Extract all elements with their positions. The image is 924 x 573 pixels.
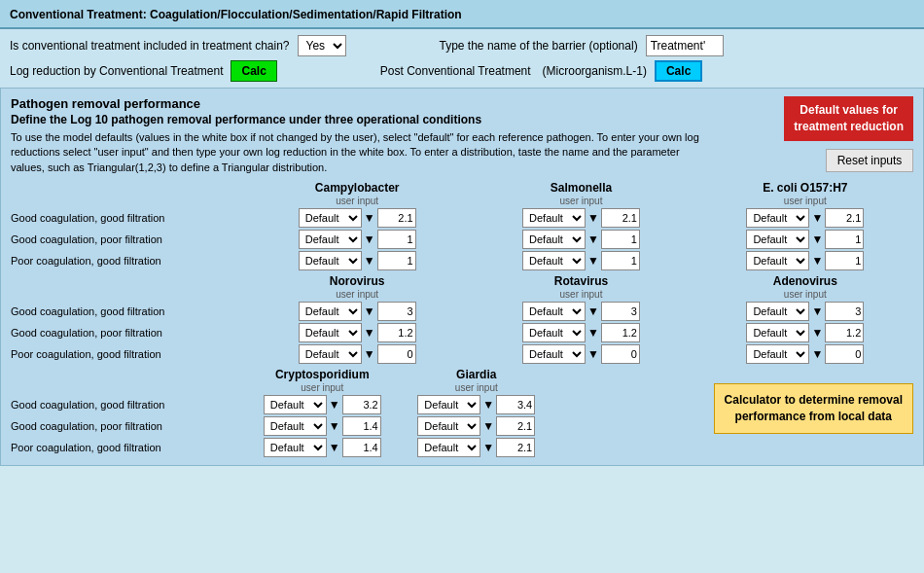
pathogen-name-adenovirus: Adenovirus [773, 274, 837, 288]
arrow-salm-g1r2: ▼ [587, 233, 599, 246]
arrow-giardia-g3r1: ▼ [482, 398, 494, 412]
select-salm-g1r1[interactable]: DefaultUser input [522, 208, 586, 228]
arrow-ecoli-g1r1: ▼ [811, 211, 823, 225]
arrow-camp-g1r2: ▼ [364, 233, 375, 246]
calculator-box: Calculator to determine removalperforman… [714, 383, 913, 434]
barrier-name-input[interactable] [646, 35, 724, 56]
treatment-chain-select[interactable]: Yes No [298, 35, 346, 56]
select-rota-g2r3[interactable]: DefaultUser input [522, 344, 586, 364]
value-salm-g1r2[interactable] [601, 230, 640, 249]
title-bar: Conventional Treatment: Coagulation/Floc… [0, 0, 924, 29]
value-camp-g1r1[interactable] [377, 208, 416, 228]
arrow-crypto-g3r1: ▼ [329, 398, 340, 412]
arrow-salm-g1r3: ▼ [587, 254, 599, 268]
row-label-g2r3: Poor coagulation, good filtration [11, 348, 249, 360]
value-adeno-g2r3[interactable] [825, 344, 864, 364]
value-ecoli-g1r3[interactable] [825, 251, 864, 270]
row-label-g3r2: Good coagulation, poor filtration [11, 420, 249, 432]
value-ecoli-g1r2[interactable] [825, 230, 864, 249]
select-camp-g1r1[interactable]: DefaultUser input [299, 208, 362, 228]
select-noro-g2r1[interactable]: DefaultUser input [299, 302, 362, 321]
default-values-button[interactable]: Default values fortreatment reduction [784, 96, 913, 141]
row-label-g1r2: Good coagulation, poor filtration [11, 233, 249, 245]
select-noro-g2r3[interactable]: DefaultUser input [299, 344, 362, 364]
arrow-adeno-g2r2: ▼ [811, 326, 823, 340]
pathogen-name-ecoli: E. coli O157:H7 [763, 181, 847, 195]
arrow-giardia-g3r2: ▼ [482, 419, 494, 433]
arrow-rota-g2r3: ▼ [587, 347, 599, 361]
panel-subtitle: Define the Log 10 pathogen removal perfo… [11, 113, 784, 126]
select-giardia-g3r2[interactable]: DefaultUser input [417, 416, 480, 436]
user-input-label-ecoli: user input [784, 196, 827, 206]
pathogen-name-salmonella: Salmonella [551, 181, 612, 195]
arrow-ecoli-g1r2: ▼ [811, 233, 823, 246]
arrow-giardia-g3r3: ▼ [482, 441, 494, 454]
arrow-crypto-g3r2: ▼ [329, 419, 340, 433]
select-crypto-g3r2[interactable]: DefaultUser input [264, 416, 327, 436]
select-noro-g2r2[interactable]: DefaultUser input [299, 323, 362, 342]
select-adeno-g2r2[interactable]: DefaultUser input [746, 323, 809, 342]
select-camp-g1r2[interactable]: DefaultUser input [299, 230, 362, 249]
value-rota-g2r3[interactable] [601, 344, 640, 364]
value-crypto-g3r1[interactable] [342, 395, 381, 414]
panel-title: Pathogen removal performance [11, 96, 784, 111]
select-camp-g1r3[interactable]: DefaultUser input [299, 251, 362, 270]
select-crypto-g3r3[interactable]: DefaultUser input [264, 438, 327, 457]
pathogen-name-rotavirus: Rotavirus [554, 274, 608, 288]
select-ecoli-g1r2[interactable]: DefaultUser input [746, 230, 809, 249]
select-giardia-g3r3[interactable]: DefaultUser input [417, 438, 480, 457]
arrow-crypto-g3r3: ▼ [329, 441, 340, 454]
value-crypto-g3r3[interactable] [342, 438, 381, 457]
value-noro-g2r3[interactable] [377, 344, 416, 364]
select-salm-g1r3[interactable]: DefaultUser input [522, 251, 586, 270]
value-camp-g1r2[interactable] [377, 230, 416, 249]
value-salm-g1r1[interactable] [601, 208, 640, 228]
row-label-g3r1: Good coagulation, good filtration [11, 399, 249, 411]
select-rota-g2r1[interactable]: DefaultUser input [522, 302, 586, 321]
value-noro-g2r1[interactable] [377, 302, 416, 321]
value-adeno-g2r2[interactable] [825, 323, 864, 342]
value-giardia-g3r2[interactable] [496, 416, 535, 436]
arrow-noro-g2r3: ▼ [364, 347, 375, 361]
arrow-adeno-g2r1: ▼ [811, 304, 823, 318]
calc2-button[interactable]: Calc [655, 60, 702, 82]
arrow-rota-g2r1: ▼ [587, 304, 599, 318]
page-title: Conventional Treatment: Coagulation/Floc… [10, 8, 462, 21]
row-label-g1r3: Poor coagulation, good filtration [11, 255, 249, 267]
select-salm-g1r2[interactable]: DefaultUser input [522, 230, 586, 249]
arrow-rota-g2r2: ▼ [587, 326, 599, 340]
user-input-label-campylobacter: user input [336, 196, 378, 206]
arrow-noro-g2r1: ▼ [364, 304, 375, 318]
value-rota-g2r2[interactable] [601, 323, 640, 342]
select-rota-g2r2[interactable]: DefaultUser input [522, 323, 586, 342]
arrow-noro-g2r2: ▼ [364, 326, 375, 340]
user-input-label-adenovirus: user input [784, 289, 827, 300]
value-rota-g2r1[interactable] [601, 302, 640, 321]
user-input-label-crypto: user input [301, 382, 343, 393]
select-adeno-g2r3[interactable]: DefaultUser input [746, 344, 809, 364]
select-ecoli-g1r1[interactable]: DefaultUser input [746, 208, 809, 228]
pathogen-name-giardia: Giardia [456, 368, 496, 381]
value-camp-g1r3[interactable] [377, 251, 416, 270]
log-reduction-label: Log reduction by Conventional Treatment [10, 64, 223, 78]
value-adeno-g2r1[interactable] [825, 302, 864, 321]
panel-description: To use the model defaults (values in the… [11, 130, 711, 175]
select-adeno-g2r1[interactable]: DefaultUser input [746, 302, 809, 321]
arrow-salm-g1r1: ▼ [587, 211, 599, 225]
value-giardia-g3r1[interactable] [496, 395, 535, 414]
value-salm-g1r3[interactable] [601, 251, 640, 270]
reset-inputs-button[interactable]: Reset inputs [826, 149, 913, 172]
pathogen-name-campylobacter: Campylobacter [315, 181, 400, 195]
arrow-adeno-g2r3: ▼ [811, 347, 823, 361]
value-giardia-g3r3[interactable] [496, 438, 535, 457]
value-crypto-g3r2[interactable] [342, 416, 381, 436]
value-noro-g2r2[interactable] [377, 323, 416, 342]
arrow-camp-g1r3: ▼ [364, 254, 375, 268]
select-ecoli-g1r3[interactable]: DefaultUser input [746, 251, 809, 270]
user-input-label-rotavirus: user input [560, 289, 603, 300]
row-label-g3r3: Poor coagulation, good filtration [11, 442, 249, 453]
value-ecoli-g1r1[interactable] [825, 208, 864, 228]
select-giardia-g3r1[interactable]: DefaultUser input [417, 395, 480, 414]
select-crypto-g3r1[interactable]: DefaultUser input [264, 395, 327, 414]
calc-button[interactable]: Calc [231, 60, 276, 82]
